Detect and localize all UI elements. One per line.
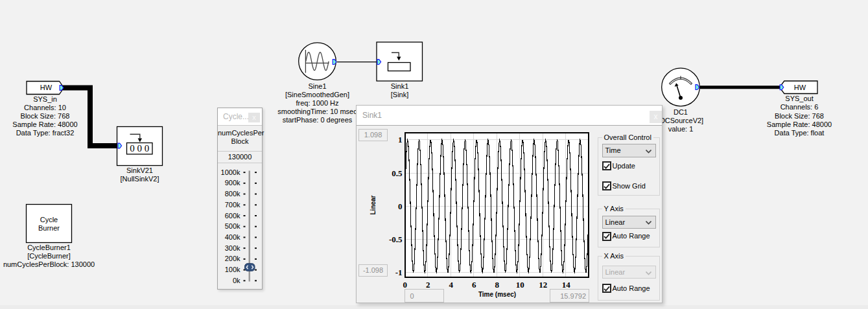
svg-text:HW: HW [794, 84, 806, 91]
svg-text:Burner: Burner [38, 224, 60, 232]
svg-text:HW: HW [40, 84, 53, 91]
svg-text:0 0 0: 0 0 0 [130, 143, 149, 154]
svg-text:Cycle: Cycle [40, 216, 58, 223]
